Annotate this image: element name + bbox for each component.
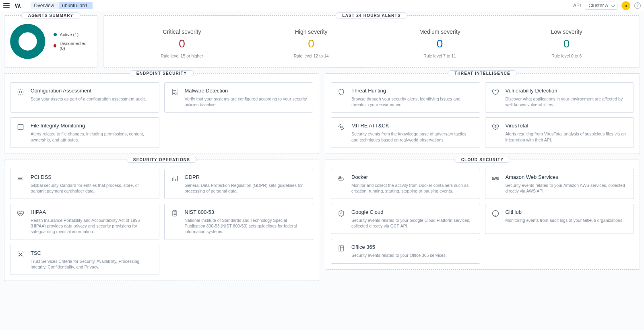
card-threat-hunting[interactable]: Threat HuntingBrowse through your securi…: [331, 82, 480, 113]
card-title: Amazon Web Services: [506, 174, 628, 180]
menu-toggle-button[interactable]: [3, 2, 10, 9]
card-title: PCI DSS: [31, 174, 153, 180]
card-desc: General Data Protection Regulation (GDPR…: [185, 182, 308, 194]
svg-point-13: [341, 127, 341, 127]
hex-icon: [337, 209, 346, 218]
alert-rule: Rule level 12 to 14: [294, 53, 329, 58]
legend-label-active: Active (1): [60, 32, 78, 37]
gear-icon: [16, 88, 25, 96]
card-title: MITRE ATT&CK: [351, 123, 474, 129]
svg-rect-16: [341, 178, 342, 179]
card-title: Threat Hunting: [351, 88, 474, 94]
threat-intelligence-panel: THREAT INTELLIGENCE Threat HuntingBrowse…: [325, 73, 640, 154]
stack-icon: [16, 174, 25, 183]
help-icon[interactable]: ?: [634, 2, 641, 9]
alert-rule: Rule level 15 or higher: [161, 53, 203, 58]
agents-donut-chart: [10, 23, 45, 60]
card-desc: Global security standard for entities th…: [31, 182, 153, 194]
card-vulnerability-detection[interactable]: Vulnerability DetectionDiscover what app…: [485, 82, 634, 113]
legend-label-disconnected: Disconnected (0): [60, 41, 91, 51]
target-icon: [337, 123, 346, 131]
legend-dot-active-icon: [54, 33, 57, 36]
endpoint-security-title: ENDPOINT SECURITY: [130, 70, 194, 76]
github-icon: [491, 209, 500, 218]
card-malware-detection[interactable]: Malware DetectionVerify that your system…: [164, 82, 314, 113]
card-virustotal[interactable]: VirusTotalAlerts resulting from VirusTot…: [485, 117, 634, 148]
svg-rect-17: [340, 176, 341, 178]
svg-rect-14: [339, 178, 340, 179]
card-office-365[interactable]: Office 365Security events related to you…: [331, 239, 480, 263]
card-nist-800-53[interactable]: NIST 800-53National Institute of Standar…: [164, 204, 314, 240]
card-title: NIST 800-53: [185, 209, 308, 215]
app-logo[interactable]: W.: [13, 2, 23, 9]
card-desc: Alerts related to file changes, includin…: [31, 131, 153, 142]
cloud-security-title: CLOUD SECURITY: [454, 157, 511, 163]
agents-summary-panel: AGENTS SUMMARY Active (1) Disconnected (…: [4, 15, 97, 68]
alert-rule: Rule level 0 to 6: [551, 53, 582, 58]
alerts-title: LAST 24 HOURS ALERTS: [335, 12, 407, 18]
card-pci-dss[interactable]: PCI DSSGlobal security standard for enti…: [10, 169, 159, 199]
card-title: TSC: [31, 250, 153, 256]
card-desc: Alerts resulting from VirusTotal analysi…: [506, 131, 628, 142]
breadcrumbs: Overview ubuntu-lab1: [31, 2, 92, 9]
card-amazon-web-services[interactable]: awsAmazon Web ServicesSecurity events re…: [485, 169, 634, 199]
svg-point-2: [20, 91, 22, 93]
api-link[interactable]: API: [573, 3, 581, 8]
svg-point-1: [19, 33, 36, 50]
svg-rect-20: [339, 246, 344, 251]
listdoc-icon: [16, 123, 25, 131]
alert-label: Medium severity: [419, 29, 460, 35]
card-gdpr[interactable]: GDPRGeneral Data Protection Regulation (…: [164, 169, 314, 199]
card-title: GitHub: [506, 209, 628, 215]
legend-dot-disconnected-icon: [54, 44, 57, 47]
card-desc: Browse through your security alerts, ide…: [351, 96, 474, 107]
shield-icon: [337, 88, 346, 96]
agents-legend: Active (1) Disconnected (0): [54, 32, 91, 51]
card-title: GDPR: [185, 174, 308, 180]
card-google-cloud[interactable]: Google CloudSecurity events related to y…: [331, 204, 480, 234]
cluster-selector[interactable]: Cluster A: [585, 2, 617, 10]
office-icon: [337, 244, 346, 253]
nodes-icon: [16, 250, 25, 259]
alert-rule: Rule level 7 to 11: [419, 53, 460, 58]
legend-item-disconnected[interactable]: Disconnected (0): [54, 41, 91, 51]
alert-col-critical[interactable]: Critical severity0Rule level 15 or highe…: [161, 29, 203, 58]
docker-icon: [337, 174, 346, 183]
card-docker[interactable]: DockerMonitor and collect the activity f…: [331, 169, 480, 199]
alert-col-high[interactable]: High severity0Rule level 12 to 14: [294, 29, 329, 58]
card-file-integrity-monitoring[interactable]: File Integrity MonitoringAlerts related …: [10, 117, 159, 148]
breadcrumb-overview[interactable]: Overview: [31, 2, 59, 9]
card-desc: Scan your assets as part of a configurat…: [31, 96, 153, 102]
alert-col-low[interactable]: Low severity0Rule level 0 to 6: [551, 29, 582, 58]
svg-point-4: [175, 94, 177, 95]
card-hipaa[interactable]: HIPAAHealth Insurance Portability and Ac…: [10, 204, 159, 240]
card-title: HIPAA: [31, 209, 153, 215]
svg-point-8: [18, 252, 19, 253]
cluster-selector-label: Cluster A: [588, 3, 608, 8]
breadcrumb-ubuntu-lab1[interactable]: ubuntu-lab1: [59, 2, 92, 9]
agents-summary-title: AGENTS SUMMARY: [21, 12, 80, 18]
alert-label: Low severity: [551, 29, 582, 35]
card-desc: Security events from the knowledge base …: [351, 131, 474, 142]
card-desc: Security events related to your Amazon A…: [506, 182, 628, 194]
card-title: Docker: [351, 174, 474, 180]
card-configuration-assessment[interactable]: Configuration AssessmentScan your assets…: [10, 82, 159, 113]
card-desc: Discover what applications in your envir…: [506, 96, 628, 107]
card-tsc[interactable]: TSCTrust Services Criteria for Security,…: [10, 245, 159, 275]
card-mitre-att-ck[interactable]: MITRE ATT&CKSecurity events from the kno…: [331, 117, 480, 148]
card-title: Configuration Assessment: [31, 88, 153, 94]
legend-item-active[interactable]: Active (1): [54, 32, 91, 37]
alert-value: 0: [419, 37, 460, 50]
threat-intelligence-title: THREAT INTELLIGENCE: [448, 70, 517, 76]
alert-label: High severity: [294, 29, 329, 35]
alert-col-medium[interactable]: Medium severity0Rule level 7 to 11: [419, 29, 460, 58]
card-github[interactable]: GitHubMonitoring events from audit logs …: [485, 204, 634, 234]
bars-icon: [170, 174, 179, 183]
svg-point-18: [341, 213, 342, 214]
svg-point-11: [22, 256, 23, 257]
top-bar: W. Overview ubuntu-lab1 API Cluster A a …: [0, 0, 644, 11]
security-operations-title: SECURITY OPERATIONS: [126, 157, 197, 163]
user-avatar[interactable]: a: [621, 1, 630, 10]
aws-icon: aws: [491, 174, 500, 183]
page-content: AGENTS SUMMARY Active (1) Disconnected (…: [0, 11, 644, 285]
